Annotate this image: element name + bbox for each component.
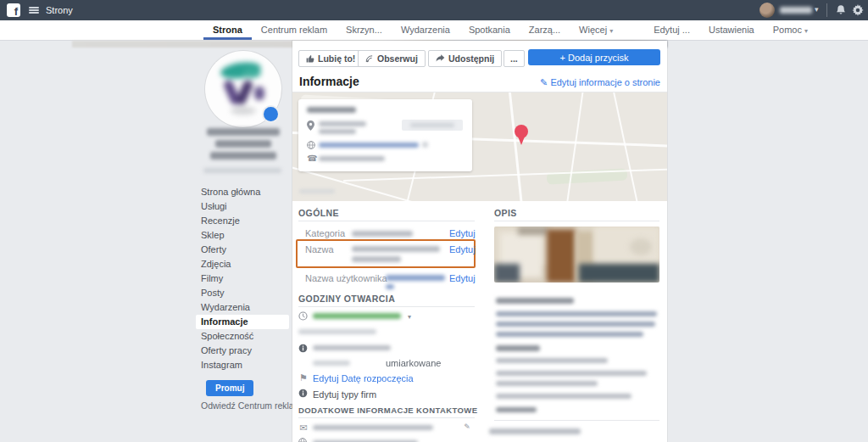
redacted-map-attribution	[299, 189, 335, 193]
globe-icon	[307, 141, 316, 150]
redacted-open-hours[interactable]	[313, 313, 401, 319]
sidebar-item-oferty-pracy[interactable]: Oferty pracy	[196, 344, 289, 358]
general-section-title: OGÓLNE	[298, 208, 339, 218]
redacted-card-title	[307, 107, 356, 113]
phone-icon: ☎	[307, 154, 316, 163]
contact-section-title: DODATKOWE INFORMACJE KONTAKTOWE	[298, 406, 477, 415]
redacted-description-hashtags	[496, 394, 632, 399]
edit-business-types-link[interactable]: Edytuj typy firm	[313, 389, 376, 400]
sidebar-item-strona-glowna[interactable]: Strona główna	[196, 185, 289, 199]
tab-skrzynka[interactable]: Skrzyn...	[337, 20, 392, 40]
address-card: ☎	[298, 99, 472, 171]
chevron-down-icon[interactable]: ▾	[408, 313, 411, 321]
redacted-description-line5	[496, 371, 647, 376]
divider	[298, 221, 475, 221]
bell-icon[interactable]	[835, 4, 847, 16]
pages-menu-label[interactable]: Strony	[46, 5, 73, 15]
follow-button[interactable]: Obserwuj	[358, 50, 426, 67]
tab-wiecej[interactable]: Więcej▾	[570, 20, 622, 40]
info-icon	[298, 389, 309, 398]
redacted-name-value-line2	[352, 256, 401, 262]
divider	[494, 221, 659, 221]
location-pin-icon	[307, 120, 316, 130]
chevron-down-icon[interactable]: ▾	[815, 5, 819, 14]
sidebar-item-spolecznosc[interactable]: Społeczność	[196, 329, 289, 344]
like-icon	[306, 54, 314, 63]
divider	[826, 3, 827, 17]
link-icon	[298, 438, 309, 442]
sidebar-item-informacje[interactable]: Informacje	[196, 315, 289, 329]
redacted-page-name-line3	[210, 152, 276, 159]
redacted-username-value	[386, 275, 445, 281]
sidebar-item-wydarzenia[interactable]: Wydarzenia	[196, 300, 289, 315]
chevron-down-icon: ▾	[609, 27, 613, 35]
sidebar-item-zdjecia[interactable]: Zdjęcia	[196, 257, 289, 271]
price-range-value: umiarkowane	[386, 358, 441, 368]
redacted-description-line1	[496, 311, 657, 316]
username-label: Nazwa użytkownika	[305, 273, 387, 283]
edit-category-link[interactable]: Edytuj	[449, 228, 476, 238]
tab-spacer	[622, 20, 644, 40]
redacted-address-line1	[319, 121, 366, 126]
clock-icon	[298, 311, 309, 321]
sidebar-item-uslugi[interactable]: Usługi	[196, 199, 289, 214]
chevron-down-icon: ▾	[804, 27, 808, 35]
edit-start-date-link[interactable]: Edytuj Datę rozpoczęcia	[313, 373, 414, 383]
gear-icon[interactable]	[852, 4, 864, 16]
redacted-next-section-title	[489, 428, 581, 434]
redacted-contact-info-link[interactable]	[313, 345, 391, 350]
redacted-user-name[interactable]	[780, 7, 812, 14]
like-button[interactable]: Lubię to!	[298, 50, 363, 67]
add-page-button[interactable]: + Dodaj przycisk	[528, 49, 660, 65]
edit-page-info-link[interactable]: ✎ Edytuj informacje o stronie	[540, 77, 660, 88]
pencil-icon[interactable]: ✎	[462, 422, 472, 431]
promote-button[interactable]: Promuj	[206, 380, 253, 396]
redacted-address-line2	[319, 129, 356, 134]
tab-centrum-reklam[interactable]: Centrum reklam	[252, 20, 337, 40]
more-actions-button[interactable]: ...	[504, 50, 525, 67]
redacted-description-line3	[496, 332, 643, 337]
sidebar-item-recenzje[interactable]: Recenzje	[196, 214, 289, 228]
redacted-page-name-line1	[207, 128, 280, 136]
redacted-directions-button[interactable]	[402, 120, 463, 131]
description-section-title: OPIS	[494, 208, 517, 218]
name-label: Nazwa	[305, 244, 334, 255]
tab-wydarzenia[interactable]: Wydarzenia	[392, 20, 459, 40]
sidebar-item-sklep[interactable]: Sklep	[196, 228, 289, 243]
map-pin-tail	[518, 137, 525, 145]
share-button[interactable]: Udostępnij	[428, 50, 502, 67]
hamburger-menu-icon[interactable]	[29, 7, 39, 14]
sidebar-item-posty[interactable]: Posty	[196, 286, 289, 300]
description-photo	[494, 227, 659, 283]
ellipsis-icon: ...	[510, 53, 518, 64]
user-avatar[interactable]	[760, 3, 775, 18]
tab-spotkania[interactable]: Spotkania	[459, 20, 520, 40]
edit-username-link[interactable]: Edytuj	[449, 273, 476, 283]
redacted-hours-note	[298, 329, 376, 334]
top-navigation-bar: Strony ▾	[0, 0, 868, 20]
tab-zarzadzaj[interactable]: Zarzą...	[520, 20, 570, 40]
external-link-icon	[422, 142, 428, 148]
edit-name-link[interactable]: Edytuj	[449, 244, 476, 255]
redacted-page-username	[203, 168, 281, 173]
page-badge-icon	[264, 107, 278, 121]
sidebar-item-oferty[interactable]: Oferty	[196, 243, 289, 257]
redacted-page-name-line2	[215, 140, 271, 148]
tab-strona[interactable]: Strona	[203, 20, 252, 40]
info-icon	[298, 344, 309, 353]
sidebar-item-instagram[interactable]: Instagram	[196, 358, 289, 372]
page-tab-bar: Strona Centrum reklam Skrzyn... Wydarzen…	[0, 20, 868, 41]
sidebar-navigation: Strona główna Usługi Recenzje Sklep Ofer…	[196, 185, 289, 372]
tab-ustawienia[interactable]: Ustawienia	[699, 20, 764, 40]
redacted-see-more-link[interactable]	[496, 407, 537, 412]
facebook-logo-icon[interactable]	[7, 3, 20, 17]
share-icon	[436, 54, 445, 63]
tab-pomoc[interactable]: Pomoc▾	[764, 20, 817, 40]
sidebar-item-filmy[interactable]: Filmy	[196, 271, 289, 286]
redacted-description-line2	[496, 322, 655, 327]
location-map[interactable]: ☎	[292, 92, 667, 201]
visit-ads-center-link[interactable]: Odwiedź Centrum reklam	[201, 400, 301, 411]
tab-edytuj[interactable]: Edytuj ...	[644, 20, 699, 40]
section-title-informacje: Informacje	[299, 75, 359, 88]
redacted-website-link[interactable]	[319, 143, 419, 148]
